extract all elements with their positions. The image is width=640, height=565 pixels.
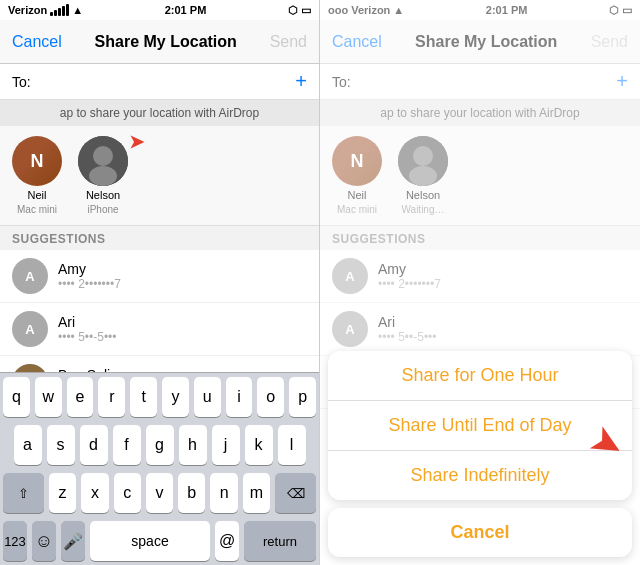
suggestions-header-left: SUGGESTIONS <box>0 226 319 250</box>
list-item[interactable]: BS Ben Solis •••• 7••-4•7• <box>0 356 319 372</box>
key-k[interactable]: k <box>245 425 273 465</box>
delete-key[interactable]: ⌫ <box>275 473 316 513</box>
key-o[interactable]: o <box>257 377 284 417</box>
share-indefinitely-button[interactable]: Share Indefinitely <box>328 451 632 500</box>
at-key[interactable]: @ <box>215 521 239 561</box>
nav-bar-left: Cancel Share My Location Send <box>0 20 319 64</box>
contacts-row-left: N Neil Mac mini ➤ Nelson iPhone <box>0 126 319 226</box>
neil-avatar-wrap: N <box>12 136 62 186</box>
amy-phone-left: •••• 2•••••••7 <box>58 277 121 291</box>
nelson-sub-left: iPhone <box>87 204 118 215</box>
shift-key[interactable]: ⇧ <box>3 473 44 513</box>
key-b[interactable]: b <box>178 473 205 513</box>
key-m[interactable]: m <box>243 473 270 513</box>
key-i[interactable]: i <box>226 377 253 417</box>
carrier-left: Verizon <box>8 4 47 16</box>
ari-phone-left: •••• 5••-5••• <box>58 330 117 344</box>
return-key[interactable]: return <box>244 521 316 561</box>
bar5 <box>66 4 69 16</box>
ben-avatar-left: BS <box>12 364 48 372</box>
key-p[interactable]: p <box>289 377 316 417</box>
amy-info-left: Amy •••• 2•••••••7 <box>58 261 121 291</box>
list-item[interactable]: A Amy •••• 2•••••••7 <box>0 250 319 303</box>
share-one-hour-button[interactable]: Share for One Hour <box>328 351 632 401</box>
content-area-left: SUGGESTIONS A Amy •••• 2•••••••7 A Ari •… <box>0 226 319 372</box>
keyboard-row-3: ⇧ z x c v b n m ⌫ <box>0 469 319 517</box>
key-a[interactable]: a <box>14 425 42 465</box>
contact-nelson-left[interactable]: ➤ Nelson iPhone <box>78 136 128 215</box>
key-c[interactable]: c <box>114 473 141 513</box>
right-panel: ooo Verizon ▲ 2:01 PM ⬡ ▭ Cancel Share M… <box>320 0 640 565</box>
cancel-button-left[interactable]: Cancel <box>12 33 62 51</box>
left-panel: Verizon ▲ 2:01 PM ⬡ ▭ Cancel Share My Lo… <box>0 0 320 565</box>
ari-name-left: Ari <box>58 314 117 330</box>
key-x[interactable]: x <box>81 473 108 513</box>
emoji-key[interactable]: ☺ <box>32 521 56 561</box>
key-s[interactable]: s <box>47 425 75 465</box>
key-z[interactable]: z <box>49 473 76 513</box>
nelson-avatar-wrap-left: ➤ <box>78 136 128 186</box>
ari-avatar-left: A <box>12 311 48 347</box>
airdrop-bar-left: ap to share your location with AirDrop <box>0 100 319 126</box>
key-t[interactable]: t <box>130 377 157 417</box>
key-q[interactable]: q <box>3 377 30 417</box>
signal-bars-left <box>50 4 69 16</box>
status-right-left: ⬡ ▭ <box>288 4 311 17</box>
nelson-name-left: Nelson <box>86 189 120 201</box>
neil-sub-left: Mac mini <box>17 204 57 215</box>
amy-avatar-left: A <box>12 258 48 294</box>
to-row-left: To: + <box>0 64 319 100</box>
action-sheet-overlay: ➤ Share for One Hour Share Until End of … <box>320 0 640 565</box>
key-j[interactable]: j <box>212 425 240 465</box>
bar3 <box>58 8 61 16</box>
key-w[interactable]: w <box>35 377 62 417</box>
mic-key[interactable]: 🎤 <box>61 521 85 561</box>
key-n[interactable]: n <box>210 473 237 513</box>
ari-info-left: Ari •••• 5••-5••• <box>58 314 117 344</box>
bt-icon-left: ⬡ <box>288 4 298 17</box>
svg-point-2 <box>89 166 117 186</box>
key-l[interactable]: l <box>278 425 306 465</box>
key-f[interactable]: f <box>113 425 141 465</box>
to-input-left[interactable] <box>39 74 296 90</box>
status-left: Verizon ▲ <box>8 4 83 16</box>
contact-neil-left[interactable]: N Neil Mac mini <box>12 136 62 215</box>
neil-avatar-left: N <box>12 136 62 186</box>
keyboard-row-4: 123 ☺ 🎤 space @ return <box>0 517 319 565</box>
key-v[interactable]: v <box>146 473 173 513</box>
key-e[interactable]: e <box>67 377 94 417</box>
nelson-avatar-left <box>78 136 128 186</box>
space-key[interactable]: space <box>90 521 210 561</box>
neil-name-left: Neil <box>28 189 47 201</box>
keyboard-left: q w e r t y u i o p a s d f g h j k l ⇧ … <box>0 372 319 565</box>
to-label-left: To: <box>12 74 31 90</box>
svg-point-1 <box>93 146 113 166</box>
arrow-badge-nelson: ➤ <box>129 131 144 153</box>
bar2 <box>54 10 57 16</box>
send-button-left[interactable]: Send <box>270 33 307 51</box>
list-item[interactable]: A Ari •••• 5••-5••• <box>0 303 319 356</box>
key-h[interactable]: h <box>179 425 207 465</box>
bar1 <box>50 12 53 16</box>
key-u[interactable]: u <box>194 377 221 417</box>
battery-icon-left: ▭ <box>301 4 311 17</box>
wifi-icon-left: ▲ <box>72 4 83 16</box>
key-d[interactable]: d <box>80 425 108 465</box>
title-left: Share My Location <box>95 33 237 51</box>
time-left: 2:01 PM <box>165 4 207 16</box>
key-r[interactable]: r <box>98 377 125 417</box>
keyboard-row-2: a s d f g h j k l <box>0 421 319 469</box>
amy-name-left: Amy <box>58 261 121 277</box>
action-cancel-button[interactable]: Cancel <box>328 508 632 557</box>
bar4 <box>62 6 65 16</box>
num-key[interactable]: 123 <box>3 521 27 561</box>
key-y[interactable]: y <box>162 377 189 417</box>
action-sheet-group: Share for One Hour Share Until End of Da… <box>328 351 632 500</box>
key-g[interactable]: g <box>146 425 174 465</box>
keyboard-row-1: q w e r t y u i o p <box>0 373 319 421</box>
status-bar-left: Verizon ▲ 2:01 PM ⬡ ▭ <box>0 0 319 20</box>
add-recipient-button-left[interactable]: + <box>295 70 307 93</box>
